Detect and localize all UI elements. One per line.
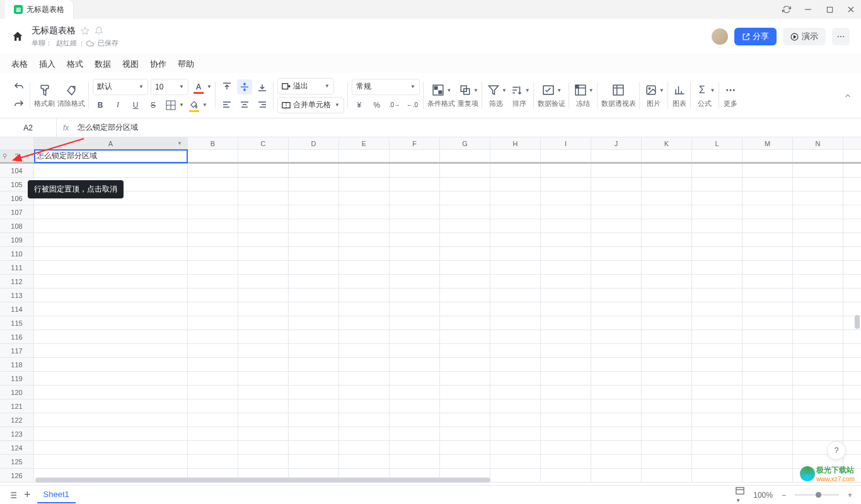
cell[interactable] [692,344,743,357]
cell[interactable] [289,316,339,329]
cell[interactable] [188,455,238,468]
cell[interactable] [591,399,642,413]
cell[interactable] [490,330,541,343]
menu-sheet[interactable]: 表格 [11,59,28,70]
row-header[interactable]: 111 [0,261,34,274]
cell[interactable] [339,316,390,329]
image-button[interactable]: ▼ [644,83,664,98]
col-header-H[interactable]: H [490,137,541,149]
cell[interactable] [642,178,692,191]
cell[interactable] [238,372,289,385]
bell-icon[interactable] [95,26,103,35]
cell[interactable] [238,386,289,399]
cell[interactable] [238,330,289,343]
cell[interactable] [793,219,843,232]
cell[interactable] [390,441,440,454]
cell[interactable] [390,233,440,246]
cell[interactable] [289,233,339,246]
cell[interactable] [793,386,843,399]
cell[interactable] [289,330,339,343]
cell[interactable] [642,358,692,371]
cell[interactable] [743,441,793,454]
cell[interactable] [440,302,490,316]
cell[interactable] [390,219,440,232]
row-header[interactable]: 113 [0,289,34,302]
cell[interactable] [289,358,339,371]
cell[interactable] [339,233,390,246]
cell[interactable] [34,261,188,274]
cell[interactable] [591,289,642,302]
cell[interactable] [642,399,692,413]
cell[interactable] [642,455,692,468]
cell[interactable] [793,302,843,316]
cell[interactable] [541,386,591,399]
cell[interactable] [793,399,843,413]
cell[interactable] [793,233,843,246]
cell[interactable] [642,316,692,329]
cell[interactable] [541,275,591,288]
cell[interactable] [793,164,843,177]
cell[interactable] [541,247,591,260]
sheet-tab[interactable]: Sheet1 [37,486,76,503]
formula-button[interactable]: Σ▼ [695,83,715,98]
cell[interactable] [642,233,692,246]
cell[interactable] [642,427,692,440]
cell[interactable] [591,205,642,219]
cell[interactable] [591,441,642,454]
row-header[interactable]: 123 [0,427,34,440]
cell[interactable] [591,413,642,427]
cell[interactable] [642,386,692,399]
cell[interactable] [339,441,390,454]
cell[interactable] [692,427,743,440]
cell[interactable] [793,205,843,219]
cell[interactable] [238,316,289,329]
redo-button[interactable] [11,97,26,112]
minimize-icon[interactable] [803,4,813,14]
halign-right-button[interactable] [255,97,270,112]
cell[interactable] [34,330,188,343]
cell[interactable] [34,275,188,288]
valign-top-button[interactable] [219,79,234,94]
row-header[interactable]: 120 [0,386,34,399]
cell[interactable] [440,441,490,454]
cell[interactable] [692,330,743,343]
cell[interactable] [541,413,591,427]
cell[interactable] [490,205,541,219]
cell[interactable] [541,233,591,246]
row-header[interactable]: 114 [0,302,34,316]
zoom-in-button[interactable]: + [848,491,852,500]
cell[interactable] [440,344,490,357]
cell[interactable] [692,413,743,427]
cell[interactable] [339,330,390,343]
cell[interactable] [692,372,743,385]
cell[interactable] [339,192,390,205]
font-size-select[interactable]: 10▼ [151,79,188,95]
cell[interactable] [34,302,188,316]
col-header-I[interactable]: I [541,137,591,149]
cell[interactable] [743,150,793,162]
cell[interactable] [743,219,793,232]
cell[interactable] [390,302,440,316]
cell[interactable] [390,316,440,329]
cell[interactable] [743,386,793,399]
cell[interactable] [188,399,238,413]
cell[interactable] [743,261,793,274]
cell[interactable] [743,316,793,329]
cell[interactable] [440,219,490,232]
cell[interactable] [743,275,793,288]
number-format-select[interactable]: 常规▼ [352,79,420,95]
clear-format-icon[interactable] [64,83,79,98]
filter-button[interactable]: ▼ [486,83,507,98]
cell[interactable] [642,289,692,302]
cell[interactable] [339,164,390,177]
cell[interactable] [339,219,390,232]
cell[interactable] [490,219,541,232]
cell[interactable] [642,164,692,177]
cell[interactable] [692,164,743,177]
cell[interactable] [289,386,339,399]
cell[interactable] [390,372,440,385]
cell[interactable] [339,427,390,440]
cell[interactable] [692,233,743,246]
decimal-inc-button[interactable]: .0→ [387,98,402,113]
cell[interactable] [339,178,390,191]
